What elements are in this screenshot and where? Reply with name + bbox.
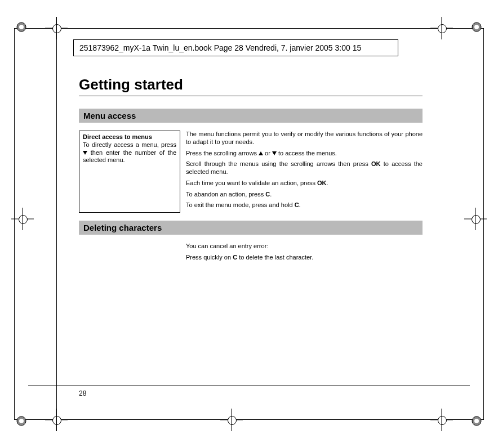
aside-body-part2: then enter the number of the selected me… (83, 149, 176, 164)
up-arrow-icon (259, 151, 263, 155)
paragraph: You can cancel an entry error: (186, 243, 423, 250)
registration-mark-icon (471, 415, 482, 427)
down-arrow-icon (272, 151, 277, 155)
paragraph: Press quickly on C to delete the last ch… (186, 254, 423, 262)
text-frag: Press quickly on (186, 254, 233, 261)
registration-mark-icon (16, 415, 27, 427)
paragraph: Scroll through the menus using the scrol… (186, 160, 423, 176)
text-frag: To abandon an action, press (186, 191, 265, 198)
paragraph: To exit the menu mode, press and hold C. (186, 201, 423, 209)
text-frag: To exit the menu mode, press and hold (186, 201, 295, 208)
aside-direct-access: Direct access to menus To directly acces… (79, 131, 180, 213)
text-bold: OK (371, 160, 381, 167)
paragraph: To abandon an action, press C. (186, 191, 423, 199)
svg-point-7 (474, 419, 479, 423)
text-frag: or (263, 150, 272, 156)
text-frag: . (326, 180, 328, 186)
text-bold: C (233, 254, 237, 261)
header-text: 251873962_myX-1a Twin_lu_en.book Page 28… (79, 43, 361, 52)
title-rule (79, 96, 423, 96)
menu-access-body: The menu functions permit you to verify … (186, 131, 423, 213)
text-bold: C (295, 201, 299, 208)
text-frag: . (270, 191, 272, 198)
guide-line (56, 17, 57, 431)
paragraph: The menu functions permit you to verify … (186, 131, 423, 146)
svg-point-1 (19, 25, 24, 29)
deleting-body: You can cancel an entry error: Press qui… (186, 243, 423, 262)
paragraph: Each time you want to validate an action… (186, 180, 423, 187)
down-arrow-icon (83, 151, 87, 155)
text-frag: . (299, 201, 301, 208)
menu-access-row: Direct access to menus To directly acces… (79, 131, 423, 213)
text-frag: to delete the last character. (237, 254, 313, 261)
aside-title: Direct access to menus (83, 133, 176, 141)
registration-mark-icon (471, 21, 482, 33)
section-heading-deleting: Deleting characters (79, 221, 423, 235)
paragraph: Press the scrolling arrows or to access … (186, 150, 423, 158)
text-frag: to access the menus. (277, 150, 337, 156)
text-bold: OK (317, 180, 327, 186)
page-number: 28 (79, 389, 86, 397)
header-info-box: 251873962_myX-1a Twin_lu_en.book Page 28… (73, 39, 398, 56)
crosshair-icon (220, 409, 243, 431)
crosshair-icon (11, 208, 34, 230)
svg-point-3 (474, 25, 479, 29)
text-frag: Scroll through the menus using the scrol… (186, 160, 371, 167)
registration-mark-icon (16, 21, 27, 33)
footer-rule (28, 386, 470, 386)
section-heading-menu-access: Menu access (79, 109, 423, 123)
page-title: Getting started (79, 76, 423, 93)
content-area: Getting started Menu access Direct acces… (79, 76, 423, 265)
page-frame: 251873962_myX-1a Twin_lu_en.book Page 28… (11, 17, 487, 431)
text-frag: Each time you want to validate an action… (186, 180, 317, 186)
crosshair-icon (430, 409, 453, 431)
text-frag: Press the scrolling arrows (186, 150, 259, 156)
crosshair-icon (464, 208, 487, 230)
crosshair-icon (430, 17, 453, 39)
aside-body-part1: To directly access a menu, press (83, 141, 176, 148)
svg-point-5 (19, 419, 24, 423)
